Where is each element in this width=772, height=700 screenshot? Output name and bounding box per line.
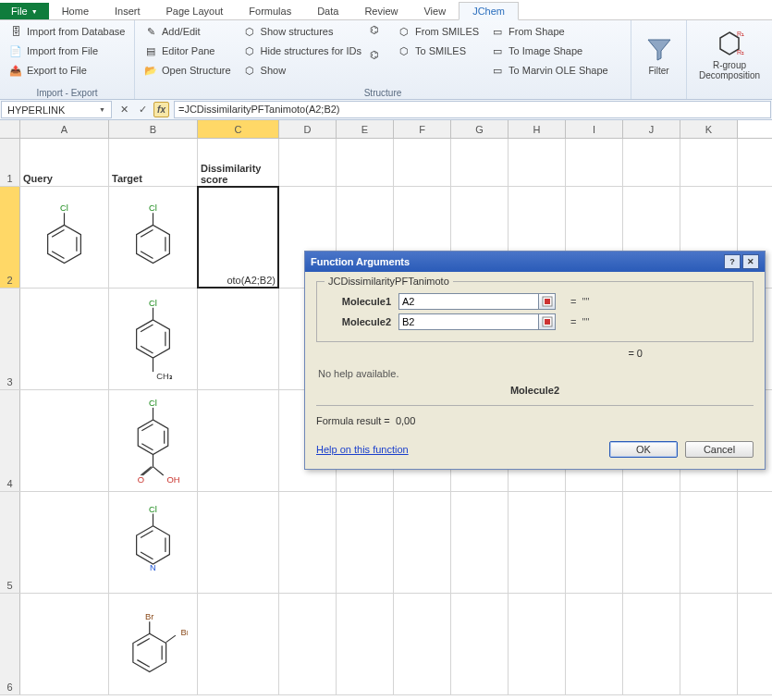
cell-A4[interactable]	[20, 390, 109, 491]
editor-pane-button[interactable]: ▤Editor Pane	[141, 42, 234, 60]
cell-B4[interactable]: ClOOH	[109, 390, 198, 491]
row-header-2[interactable]: 2	[0, 187, 20, 288]
cell-B5[interactable]: ClN	[109, 492, 198, 593]
cell-E1[interactable]	[337, 139, 394, 186]
cell-C1[interactable]: Dissimilarityscore	[198, 139, 279, 187]
r-group-decomposition-button[interactable]: R₁R₂ R-group Decomposition	[692, 22, 766, 87]
name-box[interactable]: HYPERLINK▼	[1, 101, 112, 118]
range-select-button-1[interactable]	[539, 293, 556, 310]
tab-view[interactable]: View	[411, 3, 459, 19]
row-header-4[interactable]: 4	[0, 390, 20, 491]
cell-H1[interactable]	[509, 139, 566, 186]
to-image-shape-button[interactable]: ▭To Image Shape	[487, 42, 611, 60]
cell-A6[interactable]	[20, 594, 109, 694]
col-header-b[interactable]: B	[109, 120, 198, 138]
range-select-button-2[interactable]	[539, 313, 556, 330]
cell-C2[interactable]: oto(A2;B2)	[198, 187, 279, 288]
export-to-file-button[interactable]: 📤Export to File	[6, 61, 128, 80]
dialog-help-button[interactable]: ?	[724, 254, 741, 269]
accept-formula-icon[interactable]: ✓	[135, 102, 151, 117]
fx-icon[interactable]: fx	[153, 102, 169, 117]
cell-C5[interactable]	[198, 492, 279, 593]
row-header-3[interactable]: 3	[0, 289, 20, 389]
col-header-g[interactable]: G	[451, 120, 509, 138]
from-shape-button[interactable]: ▭From Shape	[487, 22, 611, 41]
molecule2-input[interactable]	[398, 313, 539, 330]
col-header-k[interactable]: K	[680, 120, 738, 138]
tab-page-layout[interactable]: Page Layout	[153, 3, 237, 19]
import-from-database-button[interactable]: 🗄Import from Database	[6, 22, 128, 41]
cell-D1[interactable]	[279, 139, 337, 186]
tab-file[interactable]: File▼	[0, 3, 49, 19]
cancel-button[interactable]: Cancel	[685, 441, 754, 458]
to-smiles-button[interactable]: ⬡To SMILES	[394, 42, 482, 60]
cell-B6[interactable]: BrBr	[109, 594, 198, 694]
tab-jchem[interactable]: JChem	[459, 2, 519, 20]
col-header-j[interactable]: J	[623, 120, 680, 138]
ok-button[interactable]: OK	[609, 441, 678, 458]
cell-A2[interactable]: Cl	[20, 187, 109, 288]
dialog-titlebar[interactable]: Function Arguments ? ✕	[305, 252, 765, 272]
cell-J5[interactable]	[623, 492, 680, 593]
cell-H6[interactable]	[509, 594, 566, 694]
col-header-e[interactable]: E	[337, 120, 394, 138]
show-structures-button[interactable]: ⬡Show structures	[239, 22, 364, 41]
cell-A1[interactable]: Query	[20, 139, 109, 186]
benzene-icon[interactable]: ⌬	[370, 24, 388, 43]
help-link[interactable]: Help on this function	[316, 444, 409, 455]
cell-K5[interactable]	[680, 492, 738, 593]
cancel-formula-icon[interactable]: ✕	[116, 102, 132, 117]
cell-C6[interactable]	[198, 594, 279, 694]
cell-E6[interactable]	[337, 594, 394, 694]
col-header-h[interactable]: H	[509, 120, 566, 138]
cell-F6[interactable]	[394, 594, 451, 694]
tab-review[interactable]: Review	[351, 3, 411, 19]
tab-home[interactable]: Home	[49, 3, 102, 19]
cell-E5[interactable]	[337, 492, 394, 593]
col-header-c[interactable]: C	[198, 120, 279, 138]
cell-B3[interactable]: ClCH₃	[109, 289, 198, 389]
from-smiles-button[interactable]: ⬡From SMILES	[394, 22, 482, 41]
cell-I5[interactable]	[566, 492, 623, 593]
cell-F1[interactable]	[394, 139, 451, 186]
formula-input[interactable]: =JCDissimilarityPFTanimoto(A2;B2)	[174, 101, 771, 118]
hide-structures-button[interactable]: ⬡Hide structures for IDs	[239, 42, 364, 60]
col-header-a[interactable]: A	[20, 120, 109, 138]
tab-insert[interactable]: Insert	[102, 3, 153, 19]
chevron-down-icon[interactable]: ▼	[99, 106, 105, 113]
row-header-1[interactable]: 1	[0, 139, 20, 186]
cell-B2[interactable]: Cl	[109, 187, 198, 288]
cell-G6[interactable]	[451, 594, 509, 694]
cell-D5[interactable]	[279, 492, 337, 593]
col-header-d[interactable]: D	[279, 120, 337, 138]
cell-G5[interactable]	[451, 492, 509, 593]
row-header-5[interactable]: 5	[0, 492, 20, 593]
import-from-file-button[interactable]: 📄Import from File	[6, 42, 128, 60]
cell-A5[interactable]	[20, 492, 109, 593]
dialog-close-button[interactable]: ✕	[742, 254, 759, 269]
open-structure-button[interactable]: 📂Open Structure	[141, 61, 234, 80]
cell-J6[interactable]	[623, 594, 680, 694]
col-header-i[interactable]: I	[566, 120, 623, 138]
cell-K1[interactable]	[680, 139, 738, 186]
cell-H5[interactable]	[509, 492, 566, 593]
cell-C4[interactable]	[198, 390, 279, 491]
cell-A3[interactable]	[20, 289, 109, 389]
cell-I6[interactable]	[566, 594, 623, 694]
tab-data[interactable]: Data	[304, 3, 351, 19]
molecule1-input[interactable]	[398, 293, 539, 310]
show-button[interactable]: ⬡Show	[239, 61, 364, 80]
tab-formulas[interactable]: Formulas	[236, 3, 304, 19]
select-all-corner[interactable]	[0, 120, 20, 138]
cell-F5[interactable]	[394, 492, 451, 593]
to-marvin-button[interactable]: ▭To Marvin OLE Shape	[487, 61, 611, 80]
cell-C3[interactable]	[198, 289, 279, 389]
cell-B1[interactable]: Target	[109, 139, 198, 186]
cell-J1[interactable]	[623, 139, 680, 186]
benzene-arrow-icon[interactable]: ⌬	[370, 49, 388, 68]
filter-button[interactable]: Filter	[637, 22, 680, 87]
cell-D6[interactable]	[279, 594, 337, 694]
col-header-f[interactable]: F	[394, 120, 451, 138]
row-header-6[interactable]: 6	[0, 594, 20, 694]
add-edit-button[interactable]: ✎Add/Edit	[141, 22, 234, 41]
